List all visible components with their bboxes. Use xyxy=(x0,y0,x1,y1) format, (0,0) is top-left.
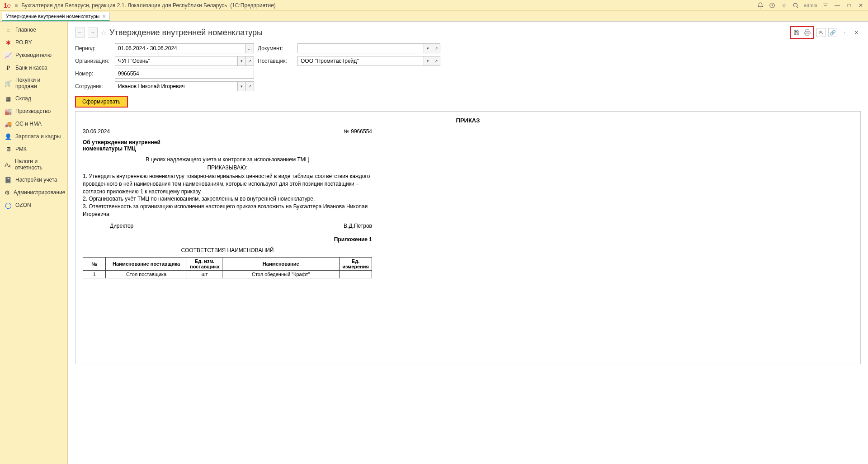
nav-main[interactable]: ≡Главное xyxy=(0,23,67,36)
th-supplier-unit: Ед. изм. поставщика xyxy=(187,257,222,270)
nav-tax[interactable]: AᵪНалоги и отчетность xyxy=(0,155,67,173)
history-icon[interactable] xyxy=(769,2,776,9)
report-p3: 3. Ответственность за организацию исполн… xyxy=(83,203,372,218)
box-icon: ▦ xyxy=(5,95,12,102)
generate-button[interactable]: Сформировать xyxy=(75,96,128,108)
star-icon: ✱ xyxy=(5,39,12,46)
tab-close-icon[interactable]: ✕ xyxy=(102,14,106,19)
truck-icon: 🚚 xyxy=(5,120,12,127)
org-open-icon[interactable]: ↗ xyxy=(246,56,254,66)
supplier-open-icon[interactable]: ↗ xyxy=(432,56,440,66)
export-icon[interactable]: ⇱ xyxy=(816,28,826,37)
settings-icon[interactable] xyxy=(822,2,829,9)
th-unit: Ед. измерения xyxy=(340,257,372,270)
report-p2: 2. Организовать учёт ТМЦ по наименования… xyxy=(83,195,372,203)
register-icon: 🖥 xyxy=(5,145,12,153)
page-title: Утверждение внутренней номенклатуры xyxy=(109,28,263,37)
nav-settings[interactable]: 📓Настройки учета xyxy=(0,173,67,186)
nav-rmk[interactable]: 🖥РМК xyxy=(0,143,67,155)
report-date: 30.06.2024 xyxy=(83,128,110,135)
back-button[interactable]: ← xyxy=(75,28,85,37)
nav-manager[interactable]: 📈Руководителю xyxy=(0,49,67,61)
bell-icon[interactable] xyxy=(757,2,764,9)
close-page-icon[interactable]: ✕ xyxy=(852,28,861,37)
period-input[interactable] xyxy=(115,43,246,53)
person-icon: 👤 xyxy=(5,133,12,140)
nav-warehouse[interactable]: ▦Склад xyxy=(0,92,67,105)
titlebar: 1℮ ≡ Бухгалтерия для Беларуси, редакция … xyxy=(0,0,868,11)
th-supplier-name: Наименование поставщика xyxy=(106,257,187,270)
employee-dropdown-icon[interactable]: ▾ xyxy=(238,81,246,91)
report-number: № 9966554 xyxy=(344,128,372,135)
nav-ozon[interactable]: ◯OZON xyxy=(0,199,67,211)
star-icon[interactable]: ☆ xyxy=(780,2,788,9)
appendix-label: Приложение 1 xyxy=(83,236,372,243)
org-label: Организация: xyxy=(75,58,111,64)
report: ПРИКАЗ 30.06.2024 № 9966554 Об утвержден… xyxy=(75,111,861,364)
forward-button[interactable]: → xyxy=(88,28,98,37)
tabbar: Утверждение внутренней номенклатуры ✕ xyxy=(0,11,868,22)
cart-icon: 🛒 xyxy=(5,80,12,87)
document-open-icon[interactable]: ↗ xyxy=(432,43,440,53)
org-dropdown-icon[interactable]: ▾ xyxy=(238,56,246,66)
coin-icon: ₽ xyxy=(5,64,12,71)
table-row: 1 Стол поставщика шт Стол обеденный "Кра… xyxy=(83,270,372,278)
tab-label: Утверждение внутренней номенклатуры xyxy=(6,14,99,19)
nav-sales[interactable]: 🛒Покупки и продажи xyxy=(0,74,67,92)
form: Период: … Документ: ▾ ↗ Организация: ▾ ↗ xyxy=(75,43,861,108)
list-icon: ≡ xyxy=(5,26,12,33)
report-preamble: В целях надлежащего учета и контроля за … xyxy=(83,156,372,163)
gear-icon: ⚙ xyxy=(5,189,10,196)
user-label[interactable]: admin xyxy=(804,3,817,8)
report-title: ПРИКАЗ xyxy=(83,117,853,124)
document-input[interactable] xyxy=(297,43,424,53)
save-icon[interactable] xyxy=(792,28,801,37)
book-icon: 📓 xyxy=(5,176,12,183)
number-input[interactable] xyxy=(115,69,254,79)
supplier-input[interactable] xyxy=(297,56,424,66)
nav-production[interactable]: 🏭Производство xyxy=(0,105,67,117)
tax-icon: Aᵪ xyxy=(5,161,11,168)
table-title: СООТВЕТСТВИЯ НАИМЕНОВАНИЙ xyxy=(83,247,372,253)
period-picker-icon[interactable]: … xyxy=(246,43,254,53)
report-table: № Наименование поставщика Ед. изм. поста… xyxy=(83,257,372,278)
tab-active[interactable]: Утверждение внутренней номенклатуры ✕ xyxy=(2,12,110,21)
director-label: Директор xyxy=(110,223,133,229)
app-title: Бухгалтерия для Беларуси, редакция 2.1. … xyxy=(21,2,276,9)
menu-icon[interactable]: ≡ xyxy=(14,2,18,9)
print-icon[interactable] xyxy=(803,28,812,37)
org-input[interactable] xyxy=(115,56,238,66)
employee-open-icon[interactable]: ↗ xyxy=(246,81,254,91)
factory-icon: 🏭 xyxy=(5,108,12,115)
minimize-icon[interactable]: — xyxy=(834,2,841,9)
maximize-icon[interactable]: □ xyxy=(845,2,853,9)
supplier-label: Поставщик: xyxy=(258,58,294,64)
director-name: В.Д.Петров xyxy=(344,223,372,229)
nav-admin[interactable]: ⚙Администрирование xyxy=(0,186,67,199)
report-subtitle: Об утверждении внутренней номенклатуры Т… xyxy=(83,139,173,152)
svg-rect-2 xyxy=(806,33,809,35)
nav-bank[interactable]: ₽Банк и касса xyxy=(0,61,67,74)
more-icon[interactable]: ⋮ xyxy=(840,28,849,37)
report-order-word: ПРИКАЗЫВАЮ: xyxy=(83,164,372,171)
document-dropdown-icon[interactable]: ▾ xyxy=(424,43,432,53)
close-icon[interactable]: ✕ xyxy=(857,2,864,9)
chart-icon: 📈 xyxy=(5,52,12,59)
svg-point-1 xyxy=(793,3,797,7)
nav-poby[interactable]: ✱PO.BY xyxy=(0,36,67,49)
ozon-icon: ◯ xyxy=(5,202,12,209)
link-icon[interactable]: 🔗 xyxy=(828,28,837,37)
employee-label: Сотрудник: xyxy=(75,83,111,89)
content: ← → ☆ Утверждение внутренней номенклатур… xyxy=(68,22,868,464)
document-label: Документ: xyxy=(258,45,294,52)
employee-input[interactable] xyxy=(115,81,238,91)
nav-hr[interactable]: 👤Зарплата и кадры xyxy=(0,130,67,143)
favorite-icon[interactable]: ☆ xyxy=(100,28,107,37)
supplier-dropdown-icon[interactable]: ▾ xyxy=(424,56,432,66)
nav-assets[interactable]: 🚚ОС и НМА xyxy=(0,117,67,130)
highlighted-actions xyxy=(790,26,814,39)
number-label: Номер: xyxy=(75,70,111,77)
period-label: Период: xyxy=(75,45,111,52)
search-icon[interactable] xyxy=(792,2,799,9)
report-p1: 1. Утвердить внутреннюю номенклатуру тов… xyxy=(83,173,372,195)
